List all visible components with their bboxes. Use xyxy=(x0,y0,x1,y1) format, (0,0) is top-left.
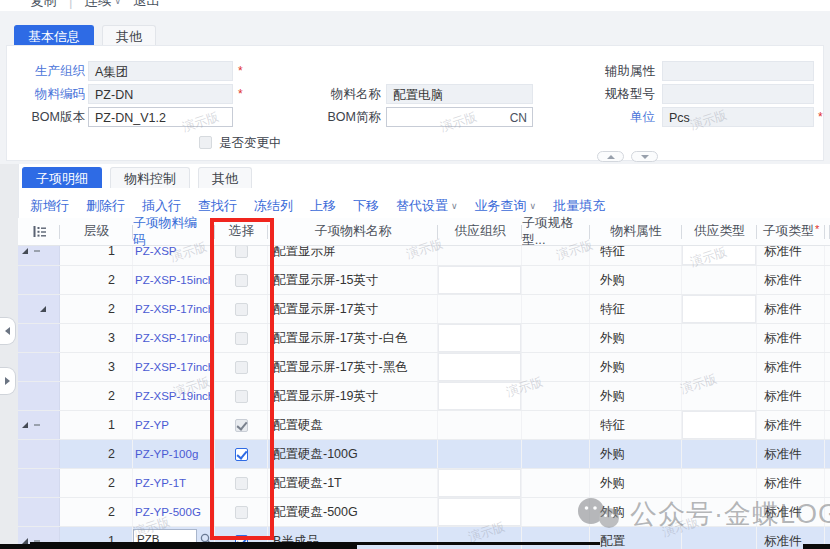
detail-tab-其他[interactable]: 其他 xyxy=(198,167,252,188)
material-code-cell[interactable]: PZ-XSP-15inch xyxy=(133,266,215,294)
row-expander-cell[interactable] xyxy=(18,469,60,497)
column-header-code[interactable]: 子项物料编码* xyxy=(133,218,215,245)
row-expander-cell[interactable] xyxy=(18,324,60,352)
spec-cell xyxy=(522,266,590,294)
supply-type-cell xyxy=(682,440,757,468)
topbar-item-连续[interactable]: 连续∨ xyxy=(85,0,122,10)
toolbar-批量填充[interactable]: 批量填充 xyxy=(553,197,605,215)
material-name-cell: 配置显示屏 xyxy=(268,246,438,265)
table-row[interactable]: 1PZ-XSP配置显示屏特征标准件 xyxy=(18,246,830,266)
row-expander-cell[interactable] xyxy=(18,382,60,410)
basic-tab-其他[interactable]: 其他 xyxy=(102,25,156,46)
material-code-cell[interactable]: PZ-YP xyxy=(133,411,215,439)
material-attr-cell: 外购 xyxy=(590,324,682,352)
filler-cell xyxy=(825,266,830,294)
column-header-spec[interactable]: 子项规格型... xyxy=(522,218,590,245)
column-header-ctype[interactable]: 子项类型* xyxy=(757,218,825,245)
material-code-cell[interactable]: PZ-XSP-17inch-HS xyxy=(133,353,215,381)
grid-toolbar: 新增行删除行插入行查找行冻结列上移下移替代设置∨业务查询∨批量填充 xyxy=(30,197,605,215)
material-attr-cell: 外购 xyxy=(590,469,682,497)
child-type-cell: 标准件 xyxy=(757,411,825,439)
detail-tab-物料控制[interactable]: 物料控制 xyxy=(110,167,190,188)
toolbar-替代设置[interactable]: 替代设置∨ xyxy=(396,197,458,215)
row-expander-cell[interactable] xyxy=(18,411,60,439)
material-code-cell[interactable]: PZ-YP-100g xyxy=(133,440,215,468)
supply-org-cell[interactable] xyxy=(438,469,522,497)
table-row[interactable]: 2PZ-XSP-17inch配置显示屏-17英寸特征标准件 xyxy=(18,295,830,324)
splitter-expand-right-button[interactable] xyxy=(0,367,16,395)
topbar-item-复制[interactable]: 复制 xyxy=(30,0,57,10)
table-row[interactable]: 3PZ-XSP-17inch-HS配置显示屏-17英寸-黑色外购标准件 xyxy=(18,353,830,382)
row-expander-cell[interactable] xyxy=(18,440,60,468)
column-header-stype[interactable]: 供应类型 xyxy=(682,218,757,245)
column-header-name[interactable]: 子项物料名称 xyxy=(268,218,438,245)
supply-org-cell[interactable] xyxy=(438,382,522,410)
bottom-edge-line xyxy=(30,542,600,545)
material-attr-cell: 特征 xyxy=(590,295,682,323)
supply-org-cell[interactable] xyxy=(438,353,522,381)
row-expander-cell[interactable] xyxy=(18,498,60,526)
splitter-collapse-left-button[interactable] xyxy=(0,317,16,345)
filler-cell xyxy=(825,469,830,497)
row-expander-cell[interactable] xyxy=(18,353,60,381)
triangle-left-icon xyxy=(5,327,10,335)
row-expander-cell[interactable] xyxy=(18,295,60,323)
toolbar-删除行[interactable]: 删除行 xyxy=(86,197,125,215)
basic-tab-基本信息[interactable]: 基本信息 xyxy=(14,25,94,46)
material-code-cell[interactable]: PZ-XSP-19inch xyxy=(133,382,215,410)
bom-version-input[interactable]: PZ-DN_V1.2 xyxy=(88,107,233,127)
detail-tab-子项明细[interactable]: 子项明细 xyxy=(22,167,102,188)
bom-short-input[interactable]: CN xyxy=(386,107,533,127)
supply-type-cell[interactable] xyxy=(682,411,757,439)
material-attr-cell: 外购 xyxy=(590,266,682,294)
material-name-cell: 配置显示屏-17英寸 xyxy=(268,295,438,323)
supply-type-cell[interactable] xyxy=(682,246,757,265)
toolbar-冻结列[interactable]: 冻结列 xyxy=(254,197,293,215)
collapse-dash-icon xyxy=(34,424,40,426)
toolbar-上移[interactable]: 上移 xyxy=(310,197,336,215)
toolbar-业务查询[interactable]: 业务查询∨ xyxy=(475,197,537,215)
bom-short-label: BOM简称 xyxy=(306,107,381,127)
table-row[interactable]: 1PZ-YP配置硬盘特征标准件 xyxy=(18,411,830,440)
supply-org-cell[interactable] xyxy=(438,440,522,468)
table-row[interactable]: 2PZ-YP-1T配置硬盘-1T外购标准件 xyxy=(18,469,830,498)
toolbar-下移[interactable]: 下移 xyxy=(353,197,379,215)
row-expander-cell[interactable] xyxy=(18,266,60,294)
material-code-field: PZ-DN xyxy=(88,84,233,104)
supply-org-cell[interactable] xyxy=(438,498,522,526)
column-header-org[interactable]: 供应组织 xyxy=(438,218,522,245)
row-expander-cell[interactable] xyxy=(18,246,60,265)
expand-triangle-icon[interactable] xyxy=(40,306,46,312)
expand-triangle-icon[interactable] xyxy=(22,248,28,254)
expand-triangle-icon[interactable] xyxy=(22,422,28,428)
bottom-corner-bar xyxy=(803,544,830,549)
column-header-level[interactable]: 层级 xyxy=(60,218,133,245)
material-code-cell[interactable]: PZ-YP-1T xyxy=(133,469,215,497)
triangle-down-icon xyxy=(641,155,649,159)
material-code-cell[interactable]: PZ-YP-500G xyxy=(133,498,215,526)
table-row[interactable]: 2PZ-YP-100g配置硬盘-100G外购标准件 xyxy=(18,440,830,469)
material-code-cell[interactable]: PZ-XSP xyxy=(133,246,215,265)
supply-type-cell[interactable] xyxy=(682,295,757,323)
supply-org-cell xyxy=(438,411,522,439)
toolbar-插入行[interactable]: 插入行 xyxy=(142,197,181,215)
collapse-up-button[interactable] xyxy=(597,151,624,162)
is-changing-checkbox[interactable] xyxy=(199,136,212,149)
table-row[interactable]: 3PZ-XSP-17inch-BS配置显示屏-17英寸-白色外购标准件 xyxy=(18,324,830,353)
column-header-attr[interactable]: 物料属性 xyxy=(590,218,682,245)
supply-org-cell[interactable] xyxy=(438,266,522,294)
toolbar-查找行[interactable]: 查找行 xyxy=(198,197,237,215)
toolbar-新增行[interactable]: 新增行 xyxy=(30,197,69,215)
table-row[interactable]: 2PZ-XSP-19inch配置显示屏-19英寸外购标准件 xyxy=(18,382,830,411)
filler-cell xyxy=(825,324,830,352)
prod-org-field: A集团 xyxy=(88,61,233,81)
topbar-item-退出[interactable]: 退出 xyxy=(133,0,160,10)
material-code-cell[interactable]: PZ-XSP-17inch xyxy=(133,295,215,323)
child-type-cell: 标准件 xyxy=(757,324,825,352)
material-code-cell[interactable]: PZ-XSP-17inch-BS xyxy=(133,324,215,352)
collapse-down-button[interactable] xyxy=(631,151,658,162)
locale-suffix: CN xyxy=(510,108,527,128)
table-row[interactable]: 2PZ-XSP-15inch配置显示屏-15英寸外购标准件 xyxy=(18,266,830,295)
table-row[interactable]: 2PZ-YP-500G配置硬盘-500G外购标准件 xyxy=(18,498,830,527)
supply-org-cell[interactable] xyxy=(438,324,522,352)
